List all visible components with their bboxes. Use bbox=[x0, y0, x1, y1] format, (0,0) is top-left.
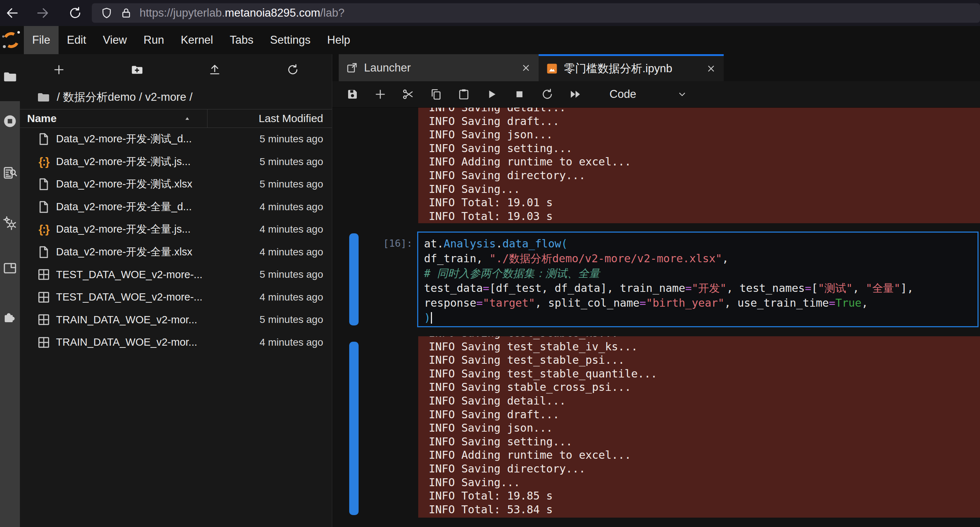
file-name: Data_v2-more-开发-全量.js... bbox=[56, 222, 191, 237]
output-line: INFO Saving directory... bbox=[429, 169, 980, 183]
back-arrow-icon[interactable] bbox=[5, 6, 19, 20]
upload-button[interactable] bbox=[176, 63, 254, 76]
file-row[interactable]: TEST_DATA_WOE_v2-more-...4 minutes ago bbox=[20, 286, 332, 309]
file-modified: 4 minutes ago bbox=[259, 201, 332, 213]
code-line: test_data=[df_test, df_data], train_name… bbox=[424, 281, 977, 295]
sort-ascending-icon[interactable] bbox=[183, 115, 191, 123]
file-name: TRAIN_DATA_WOE_v2-mor... bbox=[56, 336, 197, 348]
run-button[interactable] bbox=[484, 87, 500, 102]
menu-edit[interactable]: Edit bbox=[59, 26, 94, 54]
output-line: INFO Adding runtime to excel... bbox=[429, 155, 980, 169]
close-icon[interactable] bbox=[520, 62, 531, 73]
folder-icon[interactable] bbox=[37, 90, 50, 104]
menu-file[interactable]: File bbox=[24, 26, 59, 54]
shield-icon[interactable] bbox=[100, 7, 113, 19]
breadcrumb[interactable]: / 数据分析demo / v2-more / bbox=[20, 85, 332, 109]
code-line: at.Analysis.data_flow( bbox=[424, 236, 977, 251]
new-folder-button[interactable] bbox=[98, 63, 176, 76]
document-icon bbox=[37, 245, 51, 259]
file-row[interactable]: {:}Data_v2-more-开发-测试.js...5 minutes ago bbox=[20, 151, 332, 173]
file-name: TEST_DATA_WOE_v2-more-... bbox=[56, 269, 202, 281]
file-modified: 4 minutes ago bbox=[259, 337, 332, 348]
menu-kernel[interactable]: Kernel bbox=[172, 26, 221, 54]
dock-tab-bar: Launcher零门槛数据分析.ipynb bbox=[332, 54, 980, 81]
output-line: INFO Saving draft... bbox=[429, 408, 980, 422]
extensions-puzzle-icon[interactable] bbox=[3, 309, 18, 324]
file-row[interactable]: TEST_DATA_WOE_v2-more-...5 minutes ago bbox=[20, 264, 332, 286]
output-line: INFO Total: 19.03 s bbox=[429, 210, 980, 223]
tab-label: 零门槛数据分析.ipynb bbox=[564, 61, 672, 76]
code-cell-editor[interactable]: at.Analysis.data_flow( df_train, "./数据分析… bbox=[417, 232, 978, 327]
input-collapser[interactable] bbox=[349, 233, 359, 325]
new-launcher-plus-icon bbox=[52, 63, 65, 76]
file-name: Data_v2-more-开发-测试.js... bbox=[56, 155, 191, 169]
document-icon bbox=[37, 132, 51, 146]
menu-settings[interactable]: Settings bbox=[262, 26, 319, 54]
column-name[interactable]: Name bbox=[27, 112, 57, 125]
save-button[interactable] bbox=[345, 87, 360, 102]
window-icon[interactable] bbox=[3, 261, 18, 276]
launcher-icon bbox=[346, 62, 358, 74]
document-icon bbox=[37, 200, 51, 214]
output-area-bottom: INFO Saving test_stable_ks...INFO Saving… bbox=[418, 336, 980, 517]
output-line: INFO Saving test_stable_quantile... bbox=[429, 367, 980, 381]
app-logo bbox=[2, 31, 20, 49]
file-name: Data_v2-more-开发-全量_d... bbox=[56, 200, 192, 214]
menu-run[interactable]: Run bbox=[135, 26, 172, 54]
main-area: / 数据分析demo / v2-more / Name Last Modifie… bbox=[0, 54, 980, 527]
breadcrumb-path[interactable]: / 数据分析demo / v2-more / bbox=[57, 90, 192, 105]
lock-icon bbox=[120, 7, 132, 19]
code-line: response="target", split_col_name="birth… bbox=[424, 295, 977, 310]
column-last-modified[interactable]: Last Modified bbox=[259, 112, 323, 125]
spreadsheet-icon bbox=[37, 335, 51, 350]
output-line: INFO Saving setting... bbox=[429, 435, 980, 449]
menu-help[interactable]: Help bbox=[319, 26, 359, 54]
text-cursor bbox=[431, 312, 432, 324]
output-line: INFO Saving test_stable_iv_ks... bbox=[429, 340, 980, 354]
file-row[interactable]: Data_v2-more-开发-测试_d...5 minutes ago bbox=[20, 128, 332, 151]
file-row[interactable]: Data_v2-more-开发-全量_d...4 minutes ago bbox=[20, 196, 332, 219]
file-row[interactable]: Data_v2-more-开发-测试.xlsx5 minutes ago bbox=[20, 173, 332, 196]
add-cell-button[interactable] bbox=[372, 87, 388, 102]
url-text: https://jupyterlab.metanoia8295.com/lab? bbox=[140, 6, 345, 19]
file-row[interactable]: {:}Data_v2-more-开发-全量.js...4 minutes ago bbox=[20, 218, 332, 241]
file-row[interactable]: Data_v2-more-开发-全量.xlsx4 minutes ago bbox=[20, 241, 332, 264]
output-line: INFO Saving directory... bbox=[429, 462, 980, 476]
paste-button[interactable] bbox=[456, 87, 472, 102]
copy-button[interactable] bbox=[428, 87, 444, 102]
jupyter-menubar: FileEditViewRunKernelTabsSettingsHelp bbox=[0, 26, 980, 54]
execution-prompt: [16]: bbox=[368, 238, 412, 249]
menu-tabs[interactable]: Tabs bbox=[221, 26, 262, 54]
file-row[interactable]: TRAIN_DATA_WOE_v2-mor...5 minutes ago bbox=[20, 308, 332, 331]
run-all-button[interactable] bbox=[567, 87, 583, 102]
address-bar[interactable]: https://jupyterlab.metanoia8295.com/lab? bbox=[92, 3, 980, 23]
output-line: INFO Saving test_stable_psi... bbox=[429, 353, 980, 367]
tab-label: Launcher bbox=[364, 61, 410, 75]
forward-arrow-icon[interactable] bbox=[35, 6, 50, 20]
gears-icon[interactable] bbox=[3, 216, 18, 230]
reload-icon[interactable] bbox=[68, 6, 83, 20]
inspector-icon[interactable] bbox=[3, 165, 18, 180]
running-sessions-icon[interactable] bbox=[3, 114, 18, 129]
cut-button[interactable] bbox=[400, 87, 416, 102]
json-icon: {:} bbox=[37, 155, 51, 169]
new-launcher-plus-button[interactable] bbox=[20, 63, 98, 76]
folder-icon[interactable] bbox=[3, 69, 18, 84]
restart-button[interactable] bbox=[539, 87, 555, 102]
tab-notebook[interactable]: 零门槛数据分析.ipynb bbox=[539, 54, 724, 81]
file-row[interactable]: TRAIN_DATA_WOE_v2-mor...4 minutes ago bbox=[20, 331, 332, 354]
file-name: TRAIN_DATA_WOE_v2-mor... bbox=[56, 314, 197, 326]
menu-view[interactable]: View bbox=[94, 26, 135, 54]
tab-launcher[interactable]: Launcher bbox=[339, 54, 539, 81]
screen: https://jupyterlab.metanoia8295.com/lab?… bbox=[0, 0, 980, 527]
code-line: ) bbox=[424, 310, 977, 325]
spreadsheet-icon bbox=[37, 290, 51, 305]
file-name: Data_v2-more-开发-测试.xlsx bbox=[56, 177, 192, 191]
close-icon[interactable] bbox=[706, 63, 716, 74]
file-browser-panel: / 数据分析demo / v2-more / Name Last Modifie… bbox=[20, 54, 332, 527]
chevron-down-icon bbox=[677, 89, 687, 100]
stop-button[interactable] bbox=[512, 87, 527, 102]
cell-type-dropdown[interactable]: Code bbox=[609, 88, 687, 101]
refresh-button[interactable] bbox=[254, 63, 332, 76]
output-collapser[interactable] bbox=[349, 342, 359, 515]
